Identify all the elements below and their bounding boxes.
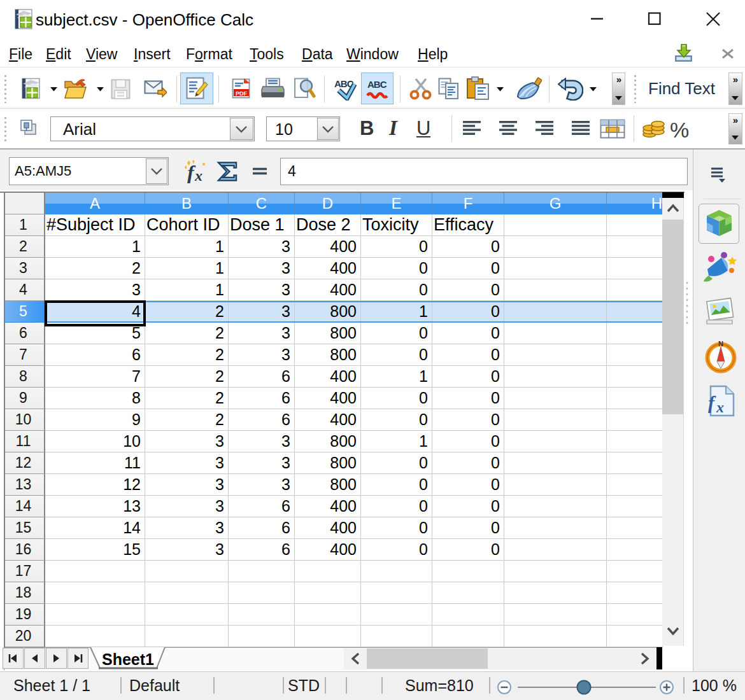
svg-text:ABC: ABC — [367, 79, 387, 90]
svg-text:N: N — [718, 340, 723, 347]
svg-text:PDF: PDF — [236, 90, 248, 97]
svg-text:x: x — [194, 167, 202, 183]
svg-text:x: x — [716, 399, 724, 416]
